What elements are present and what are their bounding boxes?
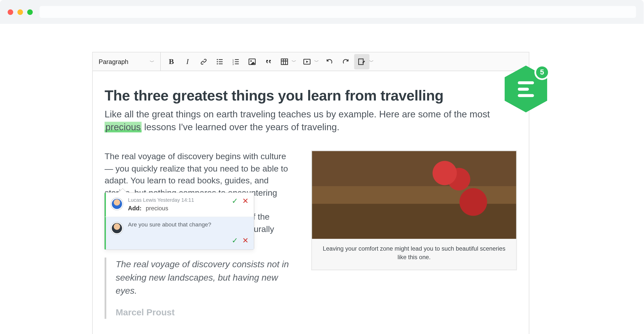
media-icon [303,57,311,66]
lead-text-before: Like all the great things on earth trave… [105,109,490,120]
editor: Paragraph ﹀ B I 123 [92,52,529,334]
heading-dropdown[interactable]: Paragraph ﹀ [93,52,160,71]
track-changes-badge[interactable]: 5 [505,65,547,112]
timestamp: Yesterday 14:11 [157,197,194,203]
table-button[interactable]: ﹀ [277,54,292,69]
media-button[interactable]: ﹀ [299,54,315,69]
chevron-down-icon: ﹀ [369,58,374,65]
editor-toolbar: Paragraph ﹀ B I 123 [93,52,529,71]
list-icon [518,81,534,97]
svg-rect-7 [235,59,239,60]
avatar [111,198,123,210]
document-title[interactable]: The three greatest things you learn from… [105,87,517,104]
reply-input[interactable]: Are you sure about that change? [128,221,249,228]
page-body: 5 Paragraph ﹀ B I [0,26,644,334]
heading-label: Paragraph [99,58,128,65]
suggestion-popup: Lucas Lewis Yesterday 14:11 Add: preciou… [104,192,254,250]
lead-text-after: lessons I've learned over the years of t… [142,122,339,132]
svg-point-2 [217,61,218,62]
svg-rect-19 [359,59,363,64]
submit-reply-button[interactable]: ✓ [232,237,238,244]
suggestion-card[interactable]: Lucas Lewis Yesterday 14:11 Add: preciou… [105,193,254,217]
accept-button[interactable]: ✓ [232,197,238,205]
svg-rect-14 [281,59,288,64]
action-value: precious [146,205,168,212]
svg-point-0 [217,59,218,60]
numbered-list-icon: 123 [232,57,240,66]
track-changes-button[interactable]: ﹀ [354,54,370,69]
suggestion-meta: Lucas Lewis Yesterday 14:11 [128,197,227,203]
minimize-window-icon[interactable] [17,9,23,15]
svg-text:3: 3 [232,62,234,65]
pending-count-badge: 5 [534,65,550,80]
maximize-window-icon[interactable] [27,9,33,15]
lead-paragraph[interactable]: Like all the great things on earth trave… [105,108,517,133]
redo-icon [341,57,350,66]
link-button[interactable] [196,54,211,69]
close-window-icon[interactable] [8,9,13,15]
chevron-down-icon: ﹀ [150,59,154,65]
table-icon [280,57,289,66]
italic-button[interactable]: I [180,54,195,69]
bullet-list-button[interactable] [212,54,227,69]
chevron-down-icon: ﹀ [314,58,319,65]
image-icon [248,57,256,66]
quote-author: Marcel Proust [116,306,294,319]
figure-caption[interactable]: Leaving your comfort zone might lead you… [312,239,516,269]
address-bar[interactable] [39,6,636,18]
svg-point-4 [217,63,218,64]
image-button[interactable] [245,54,260,69]
blockquote-button[interactable] [261,54,276,69]
browser-chrome [0,0,644,24]
reject-button[interactable]: ✕ [242,197,249,205]
author-name: Lucas Lewis [128,197,156,203]
svg-point-13 [250,60,252,62]
undo-button[interactable] [322,54,337,69]
numbered-list-button[interactable]: 123 [228,54,244,69]
cancel-reply-button[interactable]: ✕ [242,237,249,244]
suggestion-action: Add: precious [128,205,227,212]
quote-icon [264,57,272,66]
chevron-down-icon: ﹀ [292,58,296,65]
reply-card[interactable]: Are you sure about that change? ✓ ✕ [105,217,254,249]
figure-image[interactable] [312,151,516,239]
quote-text: The real voyage of discovery consists no… [116,257,294,297]
action-label: Add: [128,205,142,212]
svg-rect-11 [235,63,239,64]
figure[interactable]: Leaving your comfort zone might lead you… [311,150,517,270]
svg-rect-1 [219,59,223,60]
bold-button[interactable]: B [164,54,179,69]
track-changes-icon [357,57,366,66]
svg-rect-3 [219,61,223,62]
link-icon [199,57,208,66]
blockquote[interactable]: The real voyage of discovery consists no… [105,257,294,319]
suggestion-mark[interactable]: precious [105,122,142,132]
bullet-list-icon [216,57,224,66]
svg-rect-9 [235,61,239,62]
toolbar-buttons: B I 123 [161,52,379,71]
undo-icon [325,57,334,66]
svg-rect-5 [219,63,223,64]
avatar [111,222,123,234]
window-controls [8,9,33,15]
redo-button[interactable] [338,54,353,69]
